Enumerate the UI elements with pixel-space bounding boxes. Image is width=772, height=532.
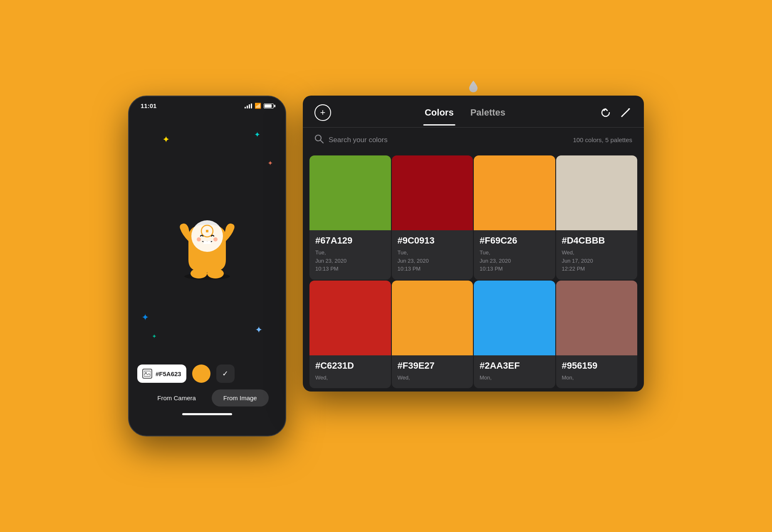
color-swatch (556, 155, 638, 230)
svg-rect-5 (206, 230, 208, 232)
mascot-character (166, 200, 249, 283)
color-hex-label: #D4CBBB (562, 235, 632, 246)
time-display: 11:01 (141, 102, 156, 109)
color-swatch-circle[interactable] (192, 365, 210, 383)
search-placeholder-text[interactable]: Search your colors (329, 136, 388, 144)
color-swatch (309, 155, 391, 230)
color-hex-label: #C6231D (315, 360, 385, 371)
color-info: #F39E27Wed, (392, 355, 473, 389)
home-indicator (182, 413, 232, 415)
droplet-icon (469, 81, 478, 92)
color-hex-label: #956159 (562, 360, 632, 371)
mascot-area: ✦ ✦ ✦ ✦ ✦ ✦ (129, 118, 285, 365)
svg-point-7 (213, 237, 218, 241)
color-info: #2AA3EFMon, (474, 355, 555, 389)
phone-bottom-bar: #F5A623 ✓ From Camera From Image (129, 365, 285, 419)
color-date-label: Tue, Jun 23, 2020 10:13 PM (398, 249, 468, 273)
color-info: #67A129Tue, Jun 23, 2020 10:13 PM (309, 230, 391, 280)
color-hex-label: #9C0913 (398, 235, 468, 246)
header-actions (599, 106, 632, 119)
sparkle-blue-bl: ✦ (141, 312, 149, 323)
battery-icon (264, 103, 274, 108)
search-icon (314, 134, 324, 145)
color-swatch (474, 155, 555, 230)
color-date-label: Tue, Jun 23, 2020 10:13 PM (315, 249, 385, 273)
color-date-label: Mon, (562, 374, 632, 382)
search-box: Search your colors (314, 134, 573, 145)
wifi-icon: 📶 (255, 103, 261, 109)
color-date-label: Tue, Jun 23, 2020 10:13 PM (480, 249, 549, 273)
color-date-label: Wed, Jun 17, 2020 12:22 PM (562, 249, 632, 273)
confirm-button[interactable]: ✓ (216, 365, 235, 383)
color-card[interactable]: #C6231DWed, (309, 281, 391, 389)
from-camera-button[interactable]: From Camera (146, 389, 208, 406)
color-date-label: Mon, (480, 374, 549, 382)
color-swatch (556, 281, 638, 355)
color-date-label: Wed, (315, 374, 385, 382)
settings-icon[interactable] (619, 106, 632, 119)
svg-point-6 (197, 237, 201, 241)
color-card[interactable]: #67A129Tue, Jun 23, 2020 10:13 PM (309, 155, 391, 280)
phone-mockup: 11:01 📶 ✦ ✦ ✦ ✦ ✦ ✦ (128, 96, 286, 436)
tab-palettes[interactable]: Palettes (462, 104, 514, 121)
color-hex-label: #67A129 (315, 235, 385, 246)
color-hex-display: #F5A623 (156, 370, 181, 377)
color-info: #C6231DWed, (309, 355, 391, 389)
color-hex-label: #F39E27 (398, 360, 468, 371)
signal-icon (245, 103, 252, 108)
refresh-icon[interactable] (599, 106, 612, 119)
svg-point-12 (628, 108, 629, 109)
header-tabs: Colors Palettes (416, 104, 514, 121)
image-picker-button[interactable]: #F5A623 (137, 365, 186, 383)
sparkle-teal-tr: ✦ (254, 130, 260, 139)
sparkle-blue-br: ✦ (255, 325, 262, 335)
from-image-button[interactable]: From Image (212, 389, 269, 406)
color-card[interactable]: #F39E27Wed, (392, 281, 473, 389)
color-swatch (309, 281, 391, 355)
status-bar: 11:01 📶 (129, 96, 285, 109)
color-card[interactable]: #F69C26Tue, Jun 23, 2020 10:13 PM (474, 155, 555, 280)
panel-header: + Colors Palettes (303, 96, 644, 121)
color-hex-label: #F69C26 (480, 235, 549, 246)
color-info: #9C0913Tue, Jun 23, 2020 10:13 PM (392, 230, 473, 280)
color-swatch (392, 155, 473, 230)
bottom-toolbar: #F5A623 ✓ (137, 365, 277, 383)
image-icon (142, 369, 152, 379)
color-swatch (392, 281, 473, 355)
sparkle-teal-bl: ✦ (152, 333, 157, 340)
phone-content: ✦ ✦ ✦ ✦ ✦ ✦ (129, 109, 285, 428)
svg-point-2 (207, 268, 224, 278)
color-info: #F69C26Tue, Jun 23, 2020 10:13 PM (474, 230, 555, 280)
color-card[interactable]: #956159Mon, (556, 281, 638, 389)
colors-panel: + Colors Palettes (303, 96, 644, 392)
status-icons: 📶 (245, 103, 274, 109)
svg-rect-9 (207, 241, 211, 244)
color-card[interactable]: #2AA3EFMon, (474, 281, 555, 389)
svg-point-1 (191, 268, 207, 278)
color-swatch (474, 281, 555, 355)
source-buttons: From Camera From Image (137, 389, 277, 406)
color-hex-label: #2AA3EF (480, 360, 549, 371)
search-row: Search your colors 100 colors, 5 palette… (303, 128, 644, 152)
svg-rect-8 (203, 241, 207, 244)
color-date-label: Wed, (398, 374, 468, 382)
colors-grid: #67A129Tue, Jun 23, 2020 10:13 PM#9C0913… (303, 152, 644, 392)
color-info: #D4CBBBWed, Jun 17, 2020 12:22 PM (556, 230, 638, 280)
sparkle-yellow: ✦ (162, 134, 170, 145)
svg-line-14 (321, 140, 324, 143)
panel-wrapper: + Colors Palettes (303, 96, 644, 392)
add-color-button[interactable]: + (314, 104, 331, 121)
svg-rect-10 (144, 371, 151, 377)
color-card[interactable]: #9C0913Tue, Jun 23, 2020 10:13 PM (392, 155, 473, 280)
color-card[interactable]: #D4CBBBWed, Jun 17, 2020 12:22 PM (556, 155, 638, 280)
color-info: #956159Mon, (556, 355, 638, 389)
tab-colors[interactable]: Colors (416, 104, 462, 121)
color-count-label: 100 colors, 5 palettes (573, 136, 632, 143)
sparkle-red-r: ✦ (267, 159, 273, 167)
